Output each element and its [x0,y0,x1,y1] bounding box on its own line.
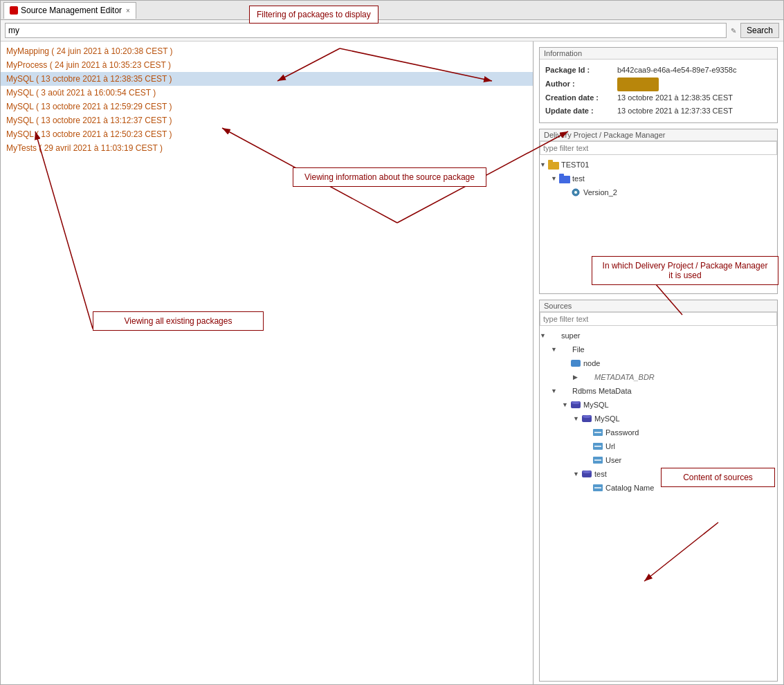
tree-item[interactable]: ▼MySQL [540,398,777,412]
tree-arrow: ▼ [573,471,581,477]
right-panel: Information Package Id : b442caa9-e46a-4… [534,42,783,684]
tree-icon [592,441,603,452]
tree-icon [548,159,559,170]
list-item[interactable]: MySQL ( 3 août 2021 à 16:00:54 CEST ) [1,86,533,100]
toolbar: ✎ Search [1,20,783,42]
search-input[interactable] [5,23,727,38]
info-section: Information Package Id : b442caa9-e46a-4… [539,47,778,123]
tree-item[interactable]: Version_2 [540,185,777,199]
info-section-title: Information [540,48,777,60]
svg-line-33 [35,131,93,329]
tree-item[interactable]: Password [540,426,777,439]
tree-label: Version_2 [583,188,617,197]
tab-label: Source Management Editor [21,6,122,15]
search-button[interactable]: Search [740,23,779,38]
svg-point-42 [572,401,580,404]
svg-point-44 [583,415,591,418]
tree-arrow: ▼ [551,346,559,353]
tree-item[interactable]: Url [540,439,777,453]
package-item-label: MySQL ( 13 octobre 2021 à 12:38:35 CEST … [6,74,172,84]
package-item-label: MyMapping ( 24 juin 2021 à 10:20:38 CEST… [6,46,173,56]
tree-icon [592,427,603,438]
tree-label: MySQL [583,401,609,409]
creation-row: Creation date : 13 octobre 2021 à 12:38:… [545,91,772,105]
tree-icon [570,187,581,198]
tree-icon [570,358,581,369]
sources-section: Sources ▼super▼Filenode▶METADATA_BDR▼Rdb… [539,300,778,682]
left-panel-wrapper: MyMapping ( 24 juin 2021 à 10:20:38 CEST… [1,42,534,684]
tree-icon [559,385,570,396]
tree-label: Catalog Name [605,484,654,492]
package-id-value: b442caa9-e46a-4e54-89e7-e9358c [617,64,736,77]
tree-icon [592,455,603,466]
tab-icon [10,6,18,15]
tab-close-button[interactable]: × [126,7,130,15]
package-item-label: MyTests ( 29 avril 2021 à 11:03:19 CEST … [6,143,163,153]
tree-icon [581,468,592,480]
list-item[interactable]: MyTests ( 29 avril 2021 à 11:03:19 CEST … [1,141,533,155]
svg-point-52 [583,471,591,473]
delivery-section-title: Delivery Project / Package Manager [540,129,777,141]
tree-label: node [583,359,600,367]
author-label: Author : [545,77,614,91]
svg-rect-34 [548,162,559,170]
tree-item[interactable]: ▼test [540,172,777,185]
tree-label: Rdbms MetaData [572,387,632,395]
tree-arrow: ▼ [540,161,548,168]
sources-filter-input[interactable] [540,312,777,326]
list-item[interactable]: MySQL ( 13 octobre 2021 à 12:38:35 CEST … [1,72,533,86]
list-item[interactable]: MyProcess ( 24 juin 2021 à 10:35:23 CEST… [1,58,533,72]
tree-item[interactable]: ▼File [540,342,777,356]
creation-label: Creation date : [545,91,614,105]
tab-source-management-editor[interactable]: Source Management Editor × [3,2,136,19]
tree-arrow: ▼ [573,415,581,422]
annotation-content-sources: Content of sources [661,468,775,487]
tree-label: File [572,345,585,354]
list-item[interactable]: MySQL ( 13 octobre 2021 à 13:12:37 CEST … [1,113,533,127]
tree-arrow: ▼ [551,387,559,394]
annotation-filtering: Filtering of packages to display [249,6,379,24]
package-item-label: MySQL ( 13 octobre 2021 à 13:12:37 CEST … [6,116,172,125]
info-content: Package Id : b442caa9-e46a-4e54-89e7-e93… [540,60,777,122]
tree-item[interactable]: User [540,453,777,467]
list-item[interactable]: MySQL ( 13 octobre 2021 à 12:50:23 CEST … [1,127,533,141]
svg-rect-35 [548,160,553,163]
edit-icon[interactable]: ✎ [729,27,738,35]
annotation-viewing-packages: Viewing all existing packages [93,311,264,331]
tree-icon [592,482,603,493]
package-item-label: MySQL ( 3 août 2021 à 16:00:54 CEST ) [6,88,156,98]
main-window: Source Management Editor × ✎ Search MyMa… [0,0,784,685]
tab-bar: Source Management Editor × [1,1,783,20]
tree-arrow: ▶ [573,374,581,381]
delivery-filter-input[interactable] [540,141,777,155]
content-area: MyMapping ( 24 juin 2021 à 10:20:38 CEST… [1,42,783,684]
svg-rect-40 [571,360,581,367]
tree-item[interactable]: ▼super [540,329,777,342]
tree-arrow: ▼ [540,332,548,339]
tree-label: Password [605,428,639,437]
list-item[interactable]: MySQL ( 13 octobre 2021 à 12:59:29 CEST … [1,100,533,113]
tree-arrow: ▼ [562,401,570,408]
update-label: Update date : [545,104,614,118]
tree-item[interactable]: ▼MySQL [540,412,777,426]
tree-label: super [561,331,581,340]
tree-label: test [594,470,607,478]
author-value: ██████ [617,77,659,91]
tree-label: User [605,456,621,464]
tree-icon [559,344,570,355]
tree-item[interactable]: ▼Rdbms MetaData [540,384,777,398]
annotation-viewing-info: Viewing information about the source pac… [293,167,486,187]
svg-rect-36 [559,176,570,183]
tree-icon [559,173,570,184]
tree-item[interactable]: ▶METADATA_BDR [540,370,777,384]
tree-label: MySQL [594,414,620,423]
update-value: 13 octobre 2021 à 12:37:33 CEST [617,104,733,118]
package-item-label: MySQL ( 13 octobre 2021 à 12:50:23 CEST … [6,129,172,139]
package-item-label: MySQL ( 13 octobre 2021 à 12:59:29 CEST … [6,102,172,111]
tree-item[interactable]: ▼TEST01 [540,158,777,172]
list-item[interactable]: MyMapping ( 24 juin 2021 à 10:20:38 CEST… [1,44,533,58]
package-id-label: Package Id : [545,64,614,77]
sources-section-title: Sources [540,300,777,312]
package-id-row: Package Id : b442caa9-e46a-4e54-89e7-e93… [545,64,772,77]
tree-item[interactable]: node [540,356,777,370]
